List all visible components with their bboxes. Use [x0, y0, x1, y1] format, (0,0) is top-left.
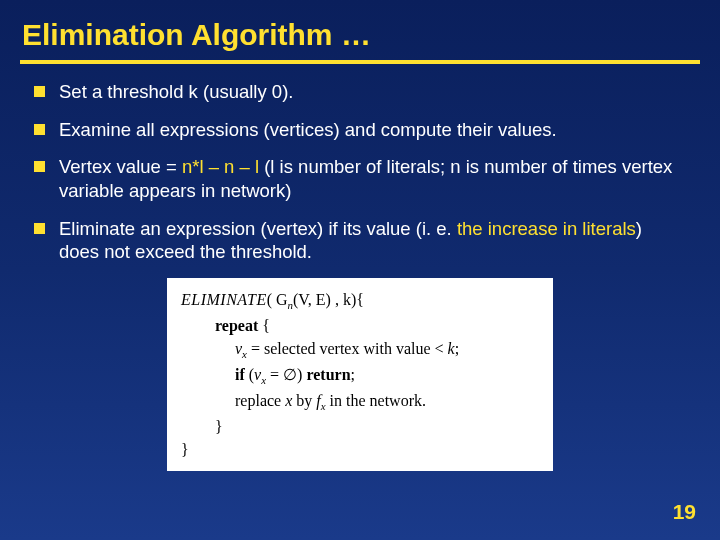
algo-head: ELIMINATE( Gn(V, E) , k){ [181, 288, 539, 314]
algo-brace: } [181, 415, 539, 438]
algo-text: by [292, 392, 316, 409]
algo-fn-name: ELIMINATE [181, 291, 267, 308]
bullet-item: Eliminate an expression (vertex) if its … [34, 217, 686, 264]
algo-text: (V, E) , k){ [293, 291, 364, 308]
bullet-prefix: Eliminate an expression (vertex) if its … [59, 218, 457, 239]
algo-text: ( G [267, 291, 288, 308]
algorithm-container: ELIMINATE( Gn(V, E) , k){ repeat { vx = … [0, 278, 720, 471]
algo-select-line: vx = selected vertex with value < k; [181, 337, 539, 363]
algo-text: ( [245, 366, 254, 383]
algo-text: ; [351, 366, 355, 383]
bullet-item: Examine all expressions (vertices) and c… [34, 118, 686, 142]
algo-text: in the network. [326, 392, 426, 409]
algo-replace-line: replace x by fx in the network. [181, 389, 539, 415]
algo-if-line: if (vx = ∅) return; [181, 363, 539, 389]
algo-keyword: return [306, 366, 350, 383]
bullet-highlight: the increase in literals [457, 218, 636, 239]
algo-keyword: if [235, 366, 245, 383]
algo-repeat: repeat { [181, 314, 539, 337]
title-underline [20, 60, 700, 64]
square-bullet-icon [34, 161, 45, 172]
algo-brace: } [181, 438, 539, 461]
algo-text: ; [455, 340, 459, 357]
bullet-text: Examine all expressions (vertices) and c… [59, 118, 557, 142]
page-number: 19 [673, 500, 696, 524]
algo-text: replace [235, 392, 285, 409]
algorithm-box: ELIMINATE( Gn(V, E) , k){ repeat { vx = … [167, 278, 553, 471]
bullet-item: Set a threshold k (usually 0). [34, 80, 686, 104]
square-bullet-icon [34, 86, 45, 97]
bullet-text: Vertex value = n*l – n – l (l is number … [59, 155, 686, 202]
bullet-text: Eliminate an expression (vertex) if its … [59, 217, 686, 264]
square-bullet-icon [34, 124, 45, 135]
algo-text: = selected vertex with value < [247, 340, 448, 357]
bullet-formula: n*l – n – l [182, 156, 259, 177]
algo-keyword: repeat [215, 317, 258, 334]
bullet-prefix: Vertex value = [59, 156, 182, 177]
square-bullet-icon [34, 223, 45, 234]
algo-var: k [448, 340, 455, 357]
bullet-text: Set a threshold k (usually 0). [59, 80, 293, 104]
bullet-item: Vertex value = n*l – n – l (l is number … [34, 155, 686, 202]
slide-title: Elimination Algorithm … [0, 0, 720, 60]
algo-text: { [258, 317, 270, 334]
algo-text: = ∅) [266, 366, 306, 383]
bullet-list: Set a threshold k (usually 0). Examine a… [0, 80, 720, 264]
